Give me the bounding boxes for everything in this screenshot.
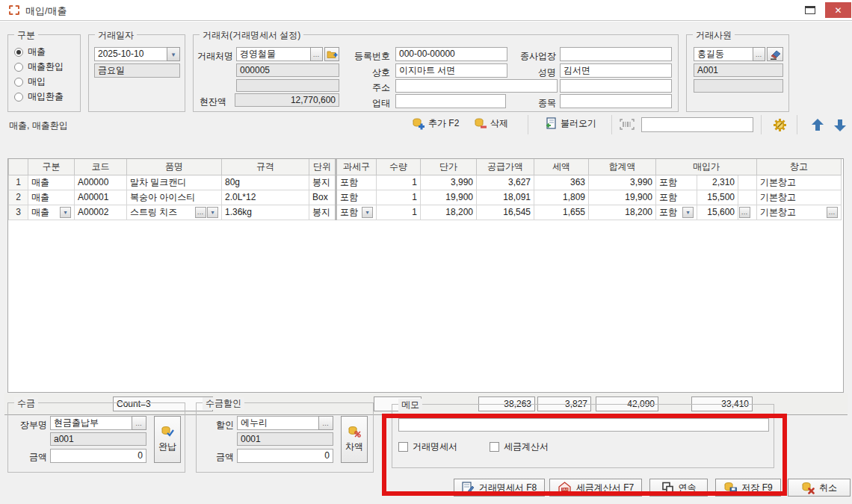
group-trade-date: 거래일자 2025-10-10 ▾ 금요일 [88, 34, 185, 112]
vendor-extra-field [236, 79, 339, 92]
vendor-lookup-button[interactable]: … [310, 47, 323, 61]
book-lookup-button[interactable]: … [132, 416, 146, 430]
radio-dot[interactable] [14, 78, 23, 87]
radio-purchase-return[interactable]: 매입환출 [14, 90, 64, 103]
group-memo-legend: 메모 [398, 399, 422, 411]
items-grid[interactable]: 구분 코드 품명 규격 단위 과세구 수량 단가 공급가액 세액 합계액 매입가… [7, 158, 844, 393]
taxinvoice-checkbox[interactable] [490, 442, 499, 452]
receipt-amount-field[interactable]: 0 [50, 449, 146, 463]
vendor-add-button[interactable] [324, 47, 339, 61]
radio-dot[interactable] [14, 93, 23, 102]
trade-name-field[interactable]: 이지마트 서면 [395, 63, 507, 78]
cancel-button[interactable]: 취소 [788, 479, 851, 497]
group-vendor-legend: 거래처(거래명세서 설정) [200, 29, 303, 42]
tax-dropdown-icon[interactable]: ▾ [362, 207, 373, 218]
col-unit[interactable]: 단위 [309, 159, 336, 175]
col-spec[interactable]: 규격 [222, 159, 309, 175]
col-price[interactable]: 단가 [421, 159, 477, 175]
col-code[interactable]: 코드 [75, 159, 127, 175]
grid-row-3-active[interactable]: 3 매출▾ A00002 스트링 치즈…▾ 1.36kg 봉지 포함▾ 1 18… [9, 205, 842, 220]
difference-button[interactable]: 차액 [341, 416, 368, 463]
employee-lookup-button[interactable]: … [753, 47, 765, 61]
col-qty[interactable]: 수량 [377, 159, 421, 175]
move-row-up-button[interactable] [806, 116, 830, 134]
discount-amount-label: 금액 [206, 451, 234, 464]
col-purchase[interactable]: 매입가 [656, 159, 757, 175]
discount-code-field: 0001 [237, 432, 333, 446]
pprice-lookup-icon[interactable]: … [739, 207, 750, 218]
eraser-icon [770, 49, 781, 60]
item-dropdown-icon[interactable]: ▾ [207, 207, 218, 218]
branch-field[interactable] [560, 47, 672, 61]
warehouse-lookup-icon[interactable]: … [827, 207, 838, 218]
continuous-label: 연속 [679, 482, 697, 494]
group-vendor: 거래처(거래명세서 설정) 거래처명 경영철물 … 000005 현잔액 12,… [193, 34, 679, 112]
radio-label: 매출환입 [28, 60, 64, 73]
memo-input[interactable] [398, 418, 769, 432]
add-row-button[interactable]: 추가 F2 [407, 115, 463, 132]
item-lookup-icon[interactable]: … [195, 207, 206, 218]
discount-lookup-button[interactable]: … [318, 416, 333, 430]
window-restore-icon[interactable] [805, 6, 815, 14]
radio-sales-return[interactable]: 매출환입 [14, 60, 64, 73]
item-label: 종목 [511, 97, 556, 110]
col-warehouse[interactable]: 창고 [757, 159, 842, 175]
save-f9-button[interactable]: 저장 F9 [715, 479, 781, 497]
type-dropdown-icon[interactable]: ▾ [60, 207, 71, 218]
taxinvoice-checkbox-label: 세금계산서 [504, 441, 549, 453]
grid-row-2[interactable]: 2 매출 A00001 복숭아 아이스티 2.0L*12 Box 포함 1 19… [9, 190, 842, 205]
person-label: 성명 [511, 66, 556, 79]
taxinvoice-checkbox-row[interactable]: 세금계산서 [490, 441, 549, 453]
full-payment-button[interactable]: 완납 [154, 416, 181, 463]
discount-field[interactable]: 에누리 [237, 416, 319, 430]
employee-clear-button[interactable] [767, 47, 783, 61]
continuous-button[interactable]: 연속 [649, 479, 708, 497]
delete-row-button[interactable]: 삭제 [469, 115, 513, 132]
window-close-button[interactable]: ✕ [825, 2, 851, 18]
biz-type-field[interactable] [395, 94, 506, 108]
col-name[interactable]: 품명 [127, 159, 222, 175]
book-field[interactable]: 현금출납부 [50, 416, 132, 430]
svg-text:TAX: TAX [561, 488, 568, 491]
item-field[interactable] [560, 94, 672, 108]
statement-checkbox-row[interactable]: 거래명세서 [398, 441, 457, 453]
discount-amount-field[interactable]: 0 [237, 449, 333, 463]
col-rowno [9, 159, 28, 175]
reg-no-field[interactable]: 000-00-00000 [395, 47, 507, 61]
statement-f8-button[interactable]: 거래명세서 F8 [454, 479, 545, 497]
receipt-amount-label: 금액 [11, 451, 47, 464]
window-icon [9, 5, 19, 15]
taxinvoice-f7-button[interactable]: TAX 세금계산서 F7 [549, 479, 642, 497]
radio-purchase[interactable]: 매입 [14, 75, 46, 88]
col-total[interactable]: 합계액 [589, 159, 656, 175]
group-memo: 메모 거래명세서 세금계산서 [392, 404, 774, 468]
branch-label: 종사업장 [511, 50, 556, 63]
col-supply[interactable]: 공급가액 [477, 159, 534, 175]
full-payment-label: 완납 [158, 441, 176, 453]
ptype-dropdown-icon[interactable]: ▾ [682, 207, 694, 218]
col-type[interactable]: 구분 [28, 159, 75, 175]
address2-field[interactable] [560, 79, 672, 93]
load-button[interactable]: 불러오기 [540, 115, 601, 132]
grid-row-1[interactable]: 1 매출 A00000 말차 밀크캔디 80g 봉지 포함 1 3,990 3,… [9, 175, 842, 190]
radio-label: 매입 [28, 75, 46, 88]
trade-date-dropdown-icon[interactable]: ▾ [167, 47, 180, 61]
vendor-name-field[interactable]: 경영철물 [236, 47, 311, 61]
statement-checkbox[interactable] [398, 442, 408, 452]
discount-label: 할인 [206, 419, 234, 432]
radio-sales[interactable]: 매출 [14, 46, 46, 58]
move-row-down-button[interactable] [828, 116, 852, 134]
barcode-icon [619, 119, 635, 130]
toolbar-separator [528, 115, 528, 134]
col-tax[interactable]: 과세구 [336, 159, 377, 175]
col-vat[interactable]: 세액 [534, 159, 589, 175]
address-field[interactable] [395, 79, 558, 93]
employee-extra-field [694, 79, 783, 93]
person-field[interactable]: 김서면 [560, 63, 672, 78]
barcode-input[interactable] [641, 117, 753, 132]
radio-dot[interactable] [14, 63, 23, 72]
trade-date-field[interactable]: 2025-10-10 [94, 47, 167, 61]
employee-name-field[interactable]: 홍길동 [694, 47, 753, 61]
radio-dot[interactable] [14, 48, 23, 57]
grid-settings-button[interactable] [768, 116, 791, 134]
